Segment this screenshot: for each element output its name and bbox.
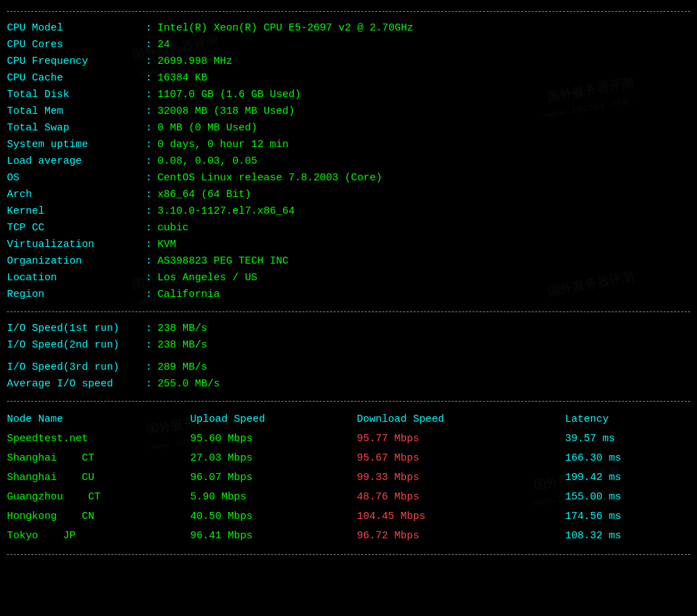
system-row-value: CentOS Linux release 7.8.2003 (Core) (157, 170, 382, 187)
system-row-value: 0.08, 0.03, 0.05 (157, 153, 257, 170)
system-row-value: 0 days, 0 hour 12 min (157, 137, 289, 153)
network-upload: 96.41 Mbps (190, 527, 356, 546)
network-row: Tokyo JP 96.41 Mbps 96.72 Mbps 108.32 ms (7, 527, 690, 546)
system-row-label: Load average (7, 153, 146, 170)
system-row: Total Mem:32008 MB (318 MB Used) (7, 103, 690, 120)
col-header-upload: Upload Speed (190, 410, 356, 429)
io-row-value: 238 MB/s (157, 320, 207, 337)
network-node: Hongkong CN (7, 507, 190, 527)
divider-after-system (7, 311, 690, 312)
system-row-label: CPU Model (7, 20, 146, 37)
network-download: 48.76 Mbps (357, 488, 565, 507)
network-download: 104.45 Mbps (357, 507, 565, 527)
system-row: Kernel:3.10.0-1127.el7.x86_64 (7, 203, 690, 220)
io-row-label: I/O Speed(1st run) (7, 320, 146, 337)
system-row-label: Total Swap (7, 120, 146, 137)
system-row-label: TCP CC (7, 220, 146, 237)
system-row-value: AS398823 PEG TECH INC (157, 253, 289, 270)
network-node: Shanghai CT (7, 449, 190, 468)
system-row-label: Region (7, 286, 146, 303)
network-latency: 166.30 ms (565, 449, 690, 468)
io-section: I/O Speed(1st run):238 MB/sI/O Speed(2nd… (7, 316, 690, 397)
io-row: Average I/O speed:255.0 MB/s (7, 376, 690, 393)
system-row: Virtualization:KVM (7, 237, 690, 253)
io-row-value: 238 MB/s (157, 337, 207, 354)
network-table-header: Node Name Upload Speed Download Speed La… (7, 410, 690, 429)
system-row-value: 3.10.0-1127.el7.x86_64 (157, 203, 295, 220)
network-upload: 96.07 Mbps (190, 468, 356, 488)
system-row: Region:California (7, 286, 690, 303)
system-info-section: CPU Model:Intel(R) Xeon(R) CPU E5-2697 v… (7, 16, 690, 307)
system-row: Organization:AS398823 PEG TECH INC (7, 253, 690, 270)
network-latency: 39.57 ms (565, 429, 690, 449)
network-download: 96.72 Mbps (357, 527, 565, 546)
io-rows: I/O Speed(1st run):238 MB/sI/O Speed(2nd… (7, 320, 690, 393)
system-row-label: System uptime (7, 137, 146, 153)
system-row: System uptime:0 days, 0 hour 12 min (7, 137, 690, 153)
system-row: Arch:x86_64 (64 Bit) (7, 187, 690, 203)
divider-after-io (7, 401, 690, 402)
io-row-label: I/O Speed(3rd run) (7, 359, 146, 376)
io-spacer (7, 354, 690, 359)
system-row-label: CPU Frequency (7, 53, 146, 70)
system-row: Load average:0.08, 0.03, 0.05 (7, 153, 690, 170)
network-upload: 40.50 Mbps (190, 507, 356, 527)
system-row-label: Location (7, 270, 146, 286)
network-download: 95.77 Mbps (357, 429, 565, 449)
system-row: Total Disk:1107.0 GB (1.6 GB Used) (7, 87, 690, 103)
system-row-value: x86_64 (64 Bit) (157, 187, 251, 203)
network-latency: 108.32 ms (565, 527, 690, 546)
system-row-value: cubic (157, 220, 189, 237)
system-row: OS:CentOS Linux release 7.8.2003 (Core) (7, 170, 690, 187)
system-row-value: 2699.998 MHz (157, 53, 232, 70)
system-row: Location:Los Angeles / US (7, 270, 690, 286)
system-row: CPU Model:Intel(R) Xeon(R) CPU E5-2697 v… (7, 20, 690, 37)
network-section: Node Name Upload Speed Download Speed La… (7, 406, 690, 550)
system-row-label: Organization (7, 253, 146, 270)
system-row-label: Virtualization (7, 237, 146, 253)
network-row: Hongkong CN 40.50 Mbps 104.45 Mbps 174.5… (7, 507, 690, 527)
system-row: Total Swap:0 MB (0 MB Used) (7, 120, 690, 137)
network-download: 95.67 Mbps (357, 449, 565, 468)
system-row-value: 16384 KB (157, 70, 207, 87)
network-row: Speedtest.net 95.60 Mbps 95.77 Mbps 39.5… (7, 429, 690, 449)
system-row: CPU Cores:24 (7, 37, 690, 53)
system-row-value: Los Angeles / US (157, 270, 257, 286)
network-row: Guangzhou CT 5.90 Mbps 48.76 Mbps 155.00… (7, 488, 690, 507)
system-row-value: 24 (157, 37, 170, 53)
system-row-value: California (157, 286, 220, 303)
system-row-label: CPU Cache (7, 70, 146, 87)
network-upload: 95.60 Mbps (190, 429, 356, 449)
system-row-value: Intel(R) Xeon(R) CPU E5-2697 v2 @ 2.70GH… (157, 20, 413, 37)
io-row-value: 289 MB/s (157, 359, 207, 376)
network-latency: 174.56 ms (565, 507, 690, 527)
network-row: Shanghai CU 96.07 Mbps 99.33 Mbps 199.42… (7, 468, 690, 488)
network-node: Tokyo JP (7, 527, 190, 546)
col-header-download: Download Speed (357, 410, 565, 429)
io-row-label: Average I/O speed (7, 376, 146, 393)
system-row-label: Kernel (7, 203, 146, 220)
network-node: Speedtest.net (7, 429, 190, 449)
system-row: CPU Frequency:2699.998 MHz (7, 53, 690, 70)
system-row: TCP CC:cubic (7, 220, 690, 237)
bottom-divider (7, 554, 690, 555)
network-upload: 5.90 Mbps (190, 488, 356, 507)
system-rows: CPU Model:Intel(R) Xeon(R) CPU E5-2697 v… (7, 20, 690, 303)
system-row-value: 0 MB (0 MB Used) (157, 120, 257, 137)
network-table: Node Name Upload Speed Download Speed La… (7, 410, 690, 546)
io-row-value: 255.0 MB/s (157, 376, 220, 393)
io-row: I/O Speed(1st run):238 MB/s (7, 320, 690, 337)
network-node: Guangzhou CT (7, 488, 190, 507)
network-row: Shanghai CT 27.03 Mbps 95.67 Mbps 166.30… (7, 449, 690, 468)
network-latency: 199.42 ms (565, 468, 690, 488)
col-header-node: Node Name (7, 410, 190, 429)
system-row: CPU Cache:16384 KB (7, 70, 690, 87)
io-row: I/O Speed(2nd run):238 MB/s (7, 337, 690, 354)
system-row-label: Total Disk (7, 87, 146, 103)
system-row-label: Total Mem (7, 103, 146, 120)
system-row-label: CPU Cores (7, 37, 146, 53)
network-node: Shanghai CU (7, 468, 190, 488)
network-download: 99.33 Mbps (357, 468, 565, 488)
system-row-label: OS (7, 170, 146, 187)
network-latency: 155.00 ms (565, 488, 690, 507)
